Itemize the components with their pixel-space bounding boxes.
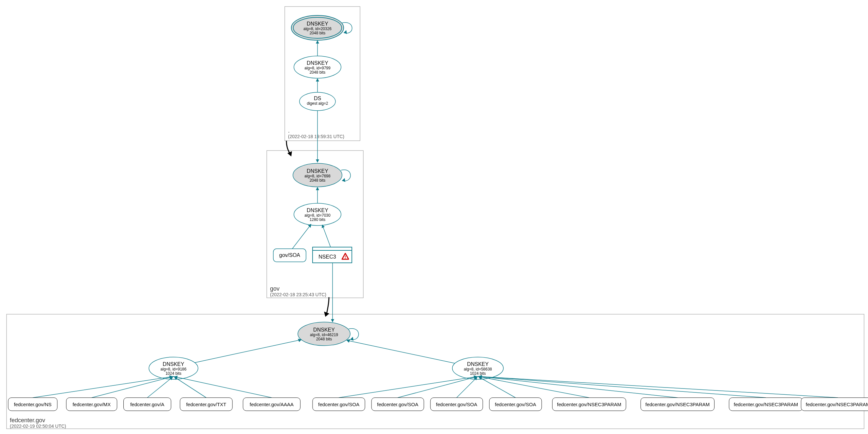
arrow-icon [344, 30, 347, 34]
rr-label: fedcenter.gov/SOA [377, 402, 418, 407]
edge [339, 376, 478, 398]
arrow-icon [287, 151, 292, 156]
arrow-icon [316, 159, 319, 163]
self-loop-icon [341, 170, 350, 181]
warning-bang-icon: ! [345, 255, 346, 259]
gov-zsk-node: DNSKEY alg=8, id=7030 1280 bits [294, 203, 341, 225]
zone-box-fedcenter [6, 314, 864, 429]
fedcenter-zsk-left-bits: 1024 bits [165, 371, 182, 376]
rr-label: fedcenter.gov/NSEC3PARAM [557, 402, 621, 407]
rr-label: fedcenter.gov/SOA [318, 402, 360, 407]
root-zsk-bits: 2048 bits [310, 70, 326, 74]
root-ds-title: DS [314, 96, 321, 101]
fedcenter-ksk-node: DNSKEY alg=8, id=46219 2048 bits [298, 322, 350, 346]
rr-label: fedcenter.gov/SOA [436, 402, 477, 407]
root-zsk-node: DNSKEY alg=8, id=9799 2048 bits [294, 56, 341, 78]
zone-ts-gov: (2022-02-18 23:25:43 UTC) [270, 292, 326, 297]
delegation-edge [286, 141, 290, 153]
rr-label: fedcenter.gov/NSEC3PARAM [645, 402, 710, 407]
root-zsk-title: DNSKEY [307, 60, 328, 66]
fedcenter-zsk-left-detail: alg=8, id=9186 [160, 367, 187, 371]
arrow-icon [316, 40, 319, 43]
fedcenter-zsk-right-bits: 1024 bits [470, 371, 486, 376]
fedcenter-zsk-left-node: DNSKEY alg=8, id=9186 1024 bits [149, 357, 198, 379]
rr-label: fedcenter.gov/TXT [186, 402, 226, 407]
fedcenter-zsk-left-title: DNSKEY [163, 361, 184, 367]
zone-label-root: . [288, 127, 290, 134]
root-ksk-title: DNSKEY [307, 21, 328, 27]
fedcenter-zsk-right-title: DNSKEY [467, 361, 489, 367]
gov-zsk-title: DNSKEY [307, 208, 328, 213]
fedcenter-ksk-detail: alg=8, id=46219 [310, 333, 338, 337]
edge [478, 376, 766, 398]
gov-nsec3-node: NSEC3 ! [313, 247, 352, 263]
root-ds-node: DS digest alg=2 [300, 92, 336, 111]
fedcenter-zsk-right-node: DNSKEY alg=8, id=58638 1024 bits [452, 357, 503, 379]
zone-ts-fedcenter: (2022-02-19 02:50:04 UTC) [10, 424, 66, 429]
rr-label: fedcenter.gov/NSEC3PARAM [806, 402, 868, 407]
root-ksk-detail: alg=8, id=20326 [303, 27, 332, 31]
delegation-edge [327, 297, 329, 314]
root-ds-detail: digest alg=2 [307, 101, 328, 106]
edge [347, 340, 455, 363]
arrow-icon [350, 337, 353, 341]
gov-ksk-detail: alg=8, id=7698 [304, 174, 331, 178]
arrow-icon [331, 319, 334, 322]
arrow-icon [316, 187, 319, 190]
edge [322, 225, 331, 247]
gov-ksk-bits: 2048 bits [310, 178, 326, 183]
edge [457, 376, 478, 398]
fedcenter-ksk-title: DNSKEY [313, 327, 335, 333]
rr-label: fedcenter.gov/NSEC3PARAM [734, 402, 798, 407]
edge [174, 376, 272, 398]
gov-soa-label: gov/SOA [279, 252, 300, 258]
edge [292, 224, 311, 249]
gov-ksk-node: DNSKEY alg=8, id=7698 2048 bits [293, 163, 342, 187]
arrow-icon [342, 178, 345, 182]
gov-nsec3-label: NSEC3 [318, 254, 336, 259]
fedcenter-zsk-right-detail: alg=8, id=58638 [464, 367, 492, 371]
root-ksk-bits: 2048 bits [310, 31, 326, 35]
zone-label-gov: gov [270, 285, 280, 292]
svg-rect-7 [313, 247, 352, 250]
edge [174, 376, 206, 398]
fedcenter-ksk-bits: 2048 bits [316, 337, 332, 341]
zone-label-fedcenter: fedcenter.gov [10, 417, 45, 424]
root-ksk-node: DNSKEY alg=8, id=20326 2048 bits [291, 16, 344, 40]
rr-label: fedcenter.gov/MX [73, 402, 111, 407]
rr-label: fedcenter.gov/AAAA [250, 402, 293, 407]
rr-label: fedcenter.gov/NS [14, 402, 52, 407]
edge [478, 376, 838, 398]
edge [195, 340, 301, 363]
edge [478, 376, 678, 398]
rr-label: fedcenter.gov/A [130, 402, 164, 407]
gov-ksk-title: DNSKEY [307, 168, 328, 174]
gov-zsk-bits: 1280 bits [310, 217, 326, 222]
rr-label: fedcenter.gov/SOA [495, 402, 536, 407]
zone-ts-root: (2022-02-18 19:59:31 UTC) [288, 134, 344, 139]
arrow-icon [316, 78, 319, 82]
root-zsk-detail: alg=8, id=9799 [304, 66, 331, 70]
gov-zsk-detail: alg=8, id=7030 [304, 213, 331, 218]
